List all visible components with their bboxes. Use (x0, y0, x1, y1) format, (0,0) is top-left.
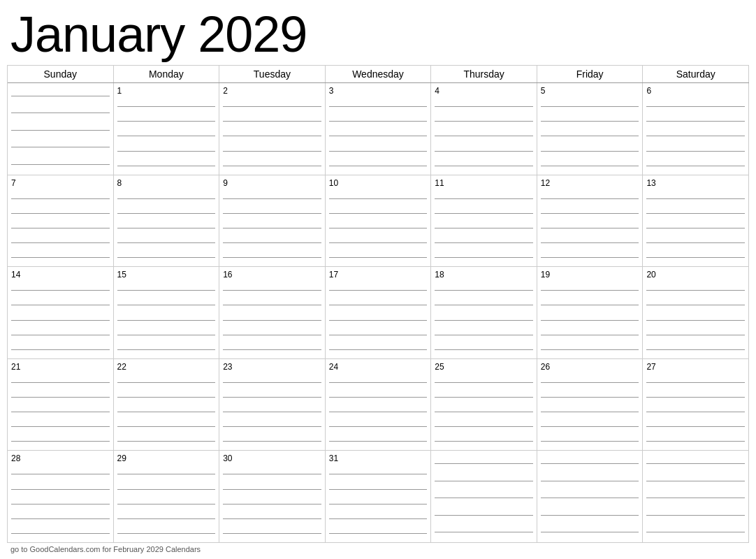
writing-line (646, 441, 745, 442)
writing-line (223, 382, 321, 383)
writing-line (541, 481, 639, 481)
day-number: 24 (329, 362, 338, 372)
writing-lines (541, 453, 639, 541)
day-cell: 10 (326, 175, 432, 267)
day-cell: 8 (114, 175, 220, 267)
day-number: 13 (646, 178, 655, 188)
writing-line (435, 228, 533, 228)
day-cell (643, 451, 749, 542)
day-cell: 24 (326, 359, 432, 451)
day-number: 2 (223, 86, 228, 96)
writing-line (646, 349, 745, 350)
writing-lines (11, 86, 110, 173)
writing-lines (223, 465, 321, 541)
writing-line (223, 166, 321, 166)
writing-line (117, 106, 216, 107)
day-number: 10 (329, 178, 338, 188)
writing-line (11, 412, 110, 412)
day-cell: 20 (643, 267, 749, 358)
writing-line (11, 198, 110, 199)
writing-line (646, 481, 745, 481)
writing-line (435, 441, 533, 442)
writing-line (541, 136, 639, 136)
writing-line (11, 397, 110, 398)
day-number: 4 (435, 86, 439, 96)
writing-lines (223, 98, 321, 173)
writing-line (223, 441, 321, 442)
writing-line (541, 305, 639, 305)
writing-line (11, 533, 110, 534)
writing-line (223, 397, 321, 398)
writing-line (435, 198, 533, 199)
writing-line (11, 426, 110, 427)
writing-lines (223, 282, 321, 357)
writing-line (646, 515, 745, 516)
writing-line (541, 213, 639, 214)
day-number: 18 (435, 270, 444, 280)
writing-line (117, 198, 216, 199)
writing-line (329, 382, 428, 383)
writing-lines (117, 190, 216, 266)
writing-line (223, 136, 321, 136)
day-number: 6 (646, 86, 651, 96)
writing-line (117, 533, 216, 534)
writing-line (646, 382, 745, 383)
writing-line (11, 257, 110, 258)
writing-line (329, 136, 428, 136)
writing-line (646, 335, 745, 335)
writing-line (646, 242, 745, 243)
writing-line (435, 335, 533, 335)
day-cell: 28 (8, 451, 114, 542)
writing-line (117, 412, 216, 412)
calendar-weeks: 1234567891011121314151617181920212223242… (8, 83, 749, 543)
writing-line (646, 532, 745, 532)
writing-line (435, 320, 533, 321)
writing-line (435, 349, 533, 350)
writing-line (646, 426, 745, 427)
day-header-wednesday: Wednesday (326, 66, 432, 82)
writing-line (117, 213, 216, 214)
writing-line (435, 397, 533, 398)
writing-line (541, 242, 639, 243)
writing-line (541, 257, 639, 258)
day-cell: 22 (114, 359, 220, 451)
writing-line (329, 198, 428, 199)
writing-line (541, 412, 639, 412)
day-headers-row: SundayMondayTuesdayWednesdayThursdayFrid… (8, 66, 749, 83)
writing-line (646, 257, 745, 258)
writing-line (541, 397, 639, 398)
writing-line (646, 213, 745, 214)
writing-line (646, 136, 745, 136)
writing-line (435, 412, 533, 412)
day-number: 3 (329, 86, 334, 96)
day-number: 29 (117, 453, 126, 463)
writing-line (541, 498, 639, 498)
writing-line (11, 96, 110, 96)
day-number: 30 (223, 453, 232, 463)
writing-lines (541, 190, 639, 266)
day-number: 22 (117, 362, 126, 372)
day-number: 28 (11, 453, 20, 463)
writing-line (117, 518, 216, 519)
writing-lines (646, 98, 745, 173)
week-row-2: 78910111213 (8, 175, 749, 268)
writing-line (646, 228, 745, 228)
writing-line (11, 504, 110, 504)
footer-text: go to GoodCalendars.com for February 202… (7, 543, 749, 556)
writing-line (329, 518, 428, 519)
day-number: 9 (223, 178, 228, 188)
writing-line (646, 198, 745, 199)
week-row-5: 28293031 (8, 451, 749, 543)
day-number: 23 (223, 362, 232, 372)
writing-line (329, 305, 428, 305)
writing-line (117, 474, 216, 474)
writing-line (541, 320, 639, 321)
writing-line (329, 320, 428, 321)
writing-line (329, 166, 428, 166)
writing-lines (223, 190, 321, 266)
writing-line (541, 198, 639, 199)
writing-line (329, 228, 428, 228)
writing-line (329, 242, 428, 243)
writing-line (117, 397, 216, 398)
writing-line (329, 257, 428, 258)
